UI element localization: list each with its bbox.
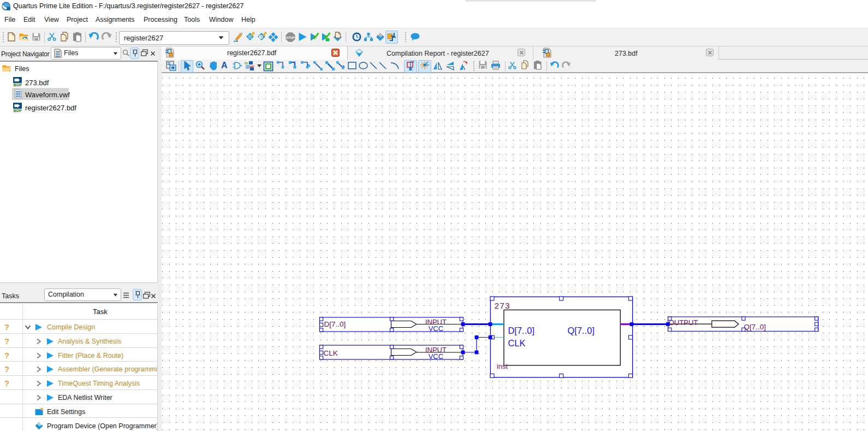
svg-text:STOP: STOP (286, 36, 295, 39)
svg-text:VCC: VCC (429, 324, 443, 333)
svg-text:inst: inst (497, 362, 508, 370)
svg-text:CLK: CLK (324, 349, 338, 357)
svg-text:273: 273 (495, 301, 511, 310)
svg-text:Q[7..0]: Q[7..0] (568, 326, 595, 335)
svg-text:Q[7..0]: Q[7..0] (744, 323, 766, 331)
svg-text:OUTPUT: OUTPUT (669, 318, 698, 327)
svg-text:BDF: BDF (14, 108, 22, 112)
svg-text:in: in (245, 61, 248, 66)
svg-text:D[7..0]: D[7..0] (324, 320, 346, 328)
svg-text:CLK: CLK (508, 338, 525, 348)
svg-text:VCC: VCC (429, 352, 443, 361)
svg-text:D[7..0]: D[7..0] (508, 326, 534, 335)
svg-text:BDF: BDF (14, 82, 22, 86)
